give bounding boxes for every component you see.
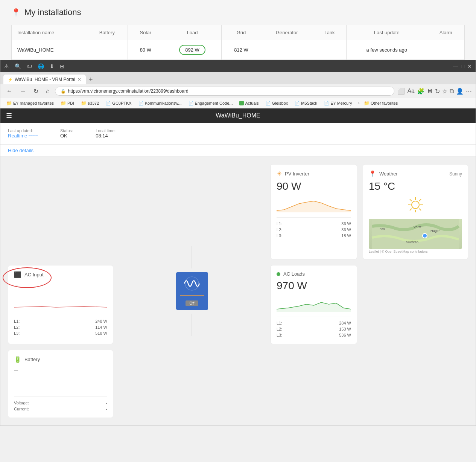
- loads-l1-value: 284 W: [339, 321, 351, 325]
- bookmark-actuals[interactable]: Actuals: [237, 100, 261, 106]
- page-icon: 📄: [324, 101, 329, 106]
- extension-icon[interactable]: 🧩: [417, 88, 424, 95]
- hide-details-link[interactable]: Hide details: [0, 145, 476, 157]
- svg-point-1: [412, 201, 419, 209]
- pv-inverter-header: ☀ PV Inverter: [277, 170, 351, 177]
- hamburger-menu-icon[interactable]: ☰: [6, 111, 12, 120]
- bookmark-ey-mercury[interactable]: 📄 EY Mercury: [322, 100, 354, 107]
- profile-icon[interactable]: 👤: [456, 88, 464, 95]
- loads-l3-label: L3:: [277, 333, 282, 337]
- star-icon[interactable]: ☆: [442, 88, 447, 95]
- bookmark-pbi[interactable]: 📁 PBI: [58, 100, 76, 107]
- last-updated-value: Realtime 〰〰: [8, 133, 38, 139]
- folder-icon: 📁: [61, 101, 66, 106]
- svg-line-9: [410, 209, 412, 210]
- battery-chart: [14, 375, 107, 393]
- ac-l2-row: L2: 114 W: [14, 324, 107, 330]
- bookmark-ey-favorites[interactable]: 📁 EY managed favorites: [4, 100, 56, 107]
- address-bar[interactable]: 🔒 https://vrm.victronenergy.com/installa…: [55, 87, 395, 96]
- weather-sun-icon-container: [369, 195, 462, 216]
- col-header-last-update: Last update: [347, 25, 427, 40]
- translate-icon[interactable]: Aa: [407, 88, 415, 95]
- col-header-battery: Battery: [86, 25, 128, 40]
- ac-l3-row: L3: 518 W: [14, 330, 107, 336]
- weather-condition: Sunny: [449, 171, 462, 177]
- loads-l2-row: L2: 150 W: [277, 326, 351, 332]
- forward-button[interactable]: →: [18, 87, 28, 95]
- vrm-info-grid: Last updated: Realtime 〰〰 Status: OK Loc…: [8, 128, 468, 139]
- collections-icon[interactable]: ⧉: [450, 88, 454, 95]
- inverter-center: Off: [119, 164, 265, 418]
- page-title: 📍 My installations: [11, 8, 465, 17]
- new-tab-button[interactable]: +: [87, 76, 94, 84]
- last-updated-label: Last updated:: [8, 128, 38, 133]
- installations-section: 📍 My installations Installation name Bat…: [0, 0, 476, 60]
- cell-grid: 812 W: [221, 40, 261, 60]
- more-bookmarks[interactable]: ›: [358, 101, 359, 105]
- vrm-site-title: WaWiBu_HOME: [216, 112, 260, 119]
- bookmark-gc8ptkx[interactable]: 📄 GC8PTKX: [103, 100, 134, 107]
- svg-marker-17: [277, 302, 351, 312]
- restore-button[interactable]: □: [461, 63, 464, 69]
- tab-close-button[interactable]: ✕: [78, 77, 81, 82]
- bookmark-m5stack[interactable]: 📄 M5Stack: [292, 100, 319, 107]
- bookmark-other[interactable]: 📁 Other favorites: [362, 100, 400, 107]
- pv-l2-value: 36 W: [341, 227, 351, 232]
- ac-l2-value: 114 W: [95, 325, 107, 329]
- cell-solar: 80 W: [128, 40, 163, 60]
- bookmark-engagement[interactable]: 📄 Engagement Code...: [186, 100, 235, 107]
- svg-marker-0: [277, 201, 351, 212]
- battery-title: Battery: [24, 357, 40, 362]
- ac-l1-value: 248 W: [95, 319, 107, 323]
- close-button[interactable]: ✕: [467, 63, 472, 69]
- pv-l1-row: L1: 36 W: [277, 221, 351, 227]
- page-icon: 📄: [106, 101, 111, 106]
- bookmark-e3372[interactable]: 📁 e3372: [79, 100, 102, 107]
- battery-current-value: -: [106, 407, 107, 411]
- svg-text:Suchten...: Suchten...: [406, 240, 421, 244]
- bookmark-kommunikations[interactable]: 📄 Kommunikationsw...: [136, 100, 184, 107]
- svg-line-7: [419, 209, 421, 210]
- weather-temp: 15 °C: [369, 180, 462, 192]
- home-button[interactable]: ⌂: [44, 87, 52, 95]
- screen-capture-icon[interactable]: 🖥: [427, 88, 433, 95]
- table-row[interactable]: WaWiBu_HOME 80 W 892 W 812 W a few secon…: [12, 40, 465, 60]
- browser-tab-bar: ⚡ WaWiBu_HOME - VRM Portal ✕ +: [0, 72, 476, 84]
- pv-l3-row: L3: 18 W: [277, 233, 351, 239]
- folder-icon: 📁: [6, 101, 12, 106]
- load-value: 892 W: [179, 45, 205, 55]
- svg-point-15: [423, 233, 427, 238]
- ac-loads-value: 970 W: [277, 280, 351, 292]
- ac-loads-header: AC Loads: [277, 271, 351, 277]
- back-button[interactable]: ←: [4, 87, 15, 95]
- col-header-grid: Grid: [221, 25, 261, 40]
- battery-current-label: Current:: [14, 407, 29, 411]
- installations-table: Installation name Battery Solar Load Gri…: [11, 25, 465, 60]
- weather-card: 📍 Weather Sunny 15 °C: [363, 164, 468, 259]
- svg-line-8: [419, 199, 421, 201]
- bookmark-gleisbox[interactable]: 📄 Gleisbox: [263, 100, 290, 107]
- flow-line-bottom: [192, 314, 192, 336]
- cell-name[interactable]: WaWiBu_HOME: [12, 40, 86, 60]
- cell-battery: [86, 40, 128, 60]
- weather-title: Weather: [379, 171, 398, 177]
- bookmark-label: Kommunikationsw...: [145, 101, 182, 105]
- loads-l2-label: L2:: [277, 327, 282, 331]
- window-controls[interactable]: — □ ✕: [453, 63, 472, 69]
- more-icon[interactable]: ⋯: [466, 88, 472, 95]
- ac-loads-icon: [277, 272, 280, 276]
- page-icon: 📄: [189, 101, 194, 106]
- tab-label: WaWiBu_HOME - VRM Portal: [15, 77, 75, 82]
- ac-l1-label: L1:: [14, 319, 20, 323]
- minimize-button[interactable]: —: [453, 63, 458, 69]
- cast-icon[interactable]: ⬜: [397, 88, 405, 95]
- pv-l1-label: L1:: [277, 221, 282, 226]
- reload-button[interactable]: ↻: [31, 87, 41, 96]
- refresh-icon[interactable]: ↻: [435, 88, 440, 95]
- weather-header: 📍 Weather Sunny: [369, 170, 462, 177]
- page-icon: 📄: [138, 101, 144, 106]
- inverter-device[interactable]: Off: [176, 272, 208, 310]
- battery-value: –: [14, 366, 107, 375]
- bookmark-label: e3372: [88, 101, 99, 105]
- active-tab[interactable]: ⚡ WaWiBu_HOME - VRM Portal ✕: [3, 75, 86, 84]
